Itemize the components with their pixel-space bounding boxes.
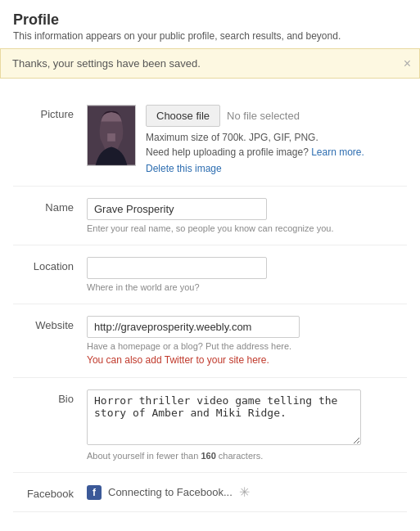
avatar [87,105,136,166]
page-header: Profile This information appears on your… [0,0,420,48]
picture-label: Picture [13,105,87,120]
svg-rect-2 [107,133,115,142]
bio-hint-suffix: characters. [216,451,263,461]
notification-bar: Thanks, your settings have been saved. × [0,48,420,79]
location-row: Location Where in the world are you? [13,245,407,304]
name-label: Name [13,198,87,214]
picture-row: Picture [13,93,407,187]
learn-more-link[interactable]: Learn more. [311,146,364,158]
file-info-line2: Need help uploading a profile image? [146,146,309,158]
website-hint: Have a homepage or a blog? Put the addre… [87,341,407,351]
picture-content: Choose file No file selected Maximum siz… [87,105,407,174]
website-row: Website Have a homepage or a blog? Put t… [13,304,407,378]
bio-char-count: 160 [201,451,215,461]
facebook-content: f Connecting to Facebook... ✳ [87,484,407,500]
file-info-line1: Maximum size of 700k. JPG, GIF, PNG. [146,132,318,143]
bio-row: Bio About yourself in fewer than 160 cha… [13,378,407,473]
website-input[interactable] [87,316,300,338]
bio-hint-prefix: About yourself in fewer than [87,451,201,461]
name-hint: Enter your real name, so people you know… [87,223,407,233]
location-input[interactable] [87,257,267,279]
name-row: Name Enter your real name, so people you… [13,187,407,245]
facebook-label: Facebook [13,484,87,500]
page-subtitle: This information appears on your public … [13,30,407,42]
facebook-icon: f [87,485,102,500]
location-hint: Where in the world are you? [87,282,407,292]
website-content: Have a homepage or a blog? Put the addre… [87,316,407,366]
name-input[interactable] [87,198,267,220]
website-label: Website [13,316,87,331]
notification-message: Thanks, your settings have been saved. [12,57,201,70]
location-content: Where in the world are you? [87,257,407,292]
bio-content: About yourself in fewer than 160 charact… [87,389,407,461]
picture-controls: Choose file No file selected Maximum siz… [146,105,364,174]
page-title: Profile [13,11,407,29]
bio-hint: About yourself in fewer than 160 charact… [87,451,407,461]
location-label: Location [13,257,87,272]
notification-close-button[interactable]: × [404,57,411,70]
twitter-link[interactable]: You can also add Twitter to your site he… [87,354,407,366]
no-file-selected-text: No file selected [227,110,300,122]
choose-file-button[interactable]: Choose file [146,105,220,127]
facebook-row: Facebook f Connecting to Facebook... ✳ [13,473,407,512]
facebook-connecting-text: Connecting to Facebook... [108,486,233,498]
bio-label: Bio [13,389,87,405]
file-info: Maximum size of 700k. JPG, GIF, PNG. Nee… [146,130,364,160]
name-content: Enter your real name, so people you know… [87,198,407,233]
bio-textarea[interactable] [87,389,361,445]
delete-image-link[interactable]: Delete this image [146,163,364,174]
facebook-spinner-icon: ✳ [239,484,250,500]
